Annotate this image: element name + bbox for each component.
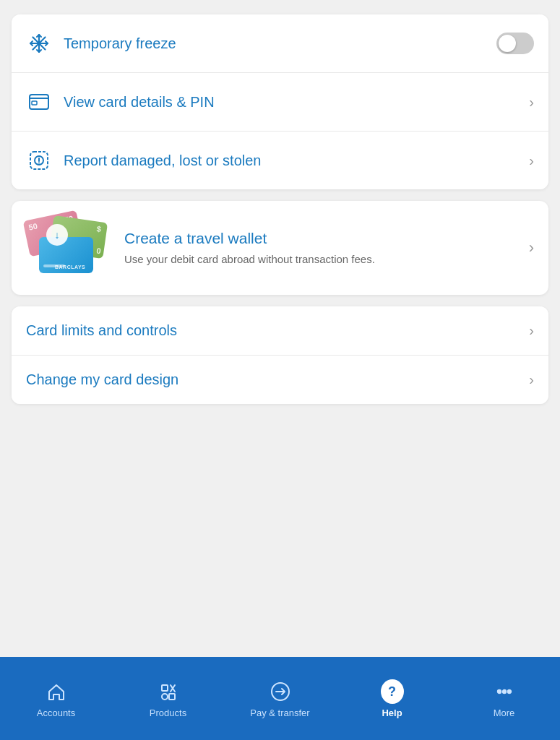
svg-point-25 (507, 690, 510, 693)
svg-point-18 (38, 163, 40, 164)
svg-rect-20 (162, 694, 168, 700)
svg-rect-21 (169, 694, 175, 700)
travel-arrow-icon: ↓ (46, 224, 68, 246)
chevron-icon: › (529, 322, 534, 339)
svg-point-23 (497, 690, 500, 693)
nav-pay-transfer[interactable]: Pay & transfer (224, 657, 336, 740)
home-icon (45, 680, 68, 703)
svg-rect-14 (32, 101, 37, 105)
nav-more[interactable]: More (448, 657, 560, 740)
more-icon (493, 680, 516, 703)
chevron-icon: › (529, 371, 534, 388)
card-icon (26, 89, 52, 115)
help-icon: ? (381, 680, 404, 703)
change-card-label: Change my card design (26, 371, 529, 388)
barclays-text: BARCLAYS (55, 264, 85, 270)
svg-rect-19 (162, 685, 168, 691)
snowflake-icon (26, 30, 52, 56)
chevron-icon: › (529, 94, 534, 111)
report-damaged-label: Report damaged, lost or stolen (64, 152, 529, 169)
card-group-1: Temporary freeze View card details & PIN… (12, 14, 548, 189)
help-circle: ? (381, 679, 404, 704)
bottom-nav: Accounts Products Pay & transfer ? (0, 657, 560, 740)
card-limits-label: Card limits and controls (26, 322, 529, 339)
view-card-label: View card details & PIN (64, 94, 529, 111)
nav-help[interactable]: ? Help (336, 657, 448, 740)
nav-products-label: Products (150, 707, 186, 718)
report-damaged-row[interactable]: Report damaged, lost or stolen › (12, 132, 548, 189)
nav-accounts[interactable]: Accounts (0, 657, 112, 740)
travel-wallet-card[interactable]: 50 50 $ 0 BARCLAYS ↓ Create a travel wal… (12, 201, 548, 295)
travel-wallet-title: Create a travel wallet (124, 230, 529, 247)
travel-wallet-text: Create a travel wallet Use your debit ca… (124, 230, 529, 267)
nav-accounts-label: Accounts (37, 707, 75, 718)
temporary-freeze-label: Temporary freeze (64, 35, 496, 52)
svg-rect-12 (30, 95, 48, 109)
temporary-freeze-row[interactable]: Temporary freeze (12, 14, 548, 73)
card-limits-row[interactable]: Card limits and controls › (12, 306, 548, 356)
nav-pay-label: Pay & transfer (250, 707, 309, 718)
ill-card-blue: BARCLAYS (39, 237, 93, 273)
svg-point-24 (502, 690, 505, 693)
temporary-freeze-toggle[interactable] (496, 33, 534, 54)
view-card-details-row[interactable]: View card details & PIN › (12, 73, 548, 132)
travel-wallet-desc: Use your debit card abroad without trans… (124, 251, 529, 267)
alert-icon (26, 147, 52, 173)
change-card-design-row[interactable]: Change my card design › (12, 356, 548, 404)
chevron-icon: › (529, 152, 534, 169)
products-icon (157, 680, 180, 703)
main-content: Temporary freeze View card details & PIN… (0, 0, 560, 657)
toggle-knob (499, 35, 516, 52)
nav-more-label: More (494, 707, 515, 718)
nav-products[interactable]: Products (112, 657, 224, 740)
travel-illustration: 50 50 $ 0 BARCLAYS ↓ (26, 215, 113, 280)
chevron-icon: › (529, 238, 534, 257)
pay-icon (269, 680, 292, 703)
nav-help-label: Help (382, 707, 402, 718)
card-group-2: Card limits and controls › Change my car… (12, 306, 548, 404)
